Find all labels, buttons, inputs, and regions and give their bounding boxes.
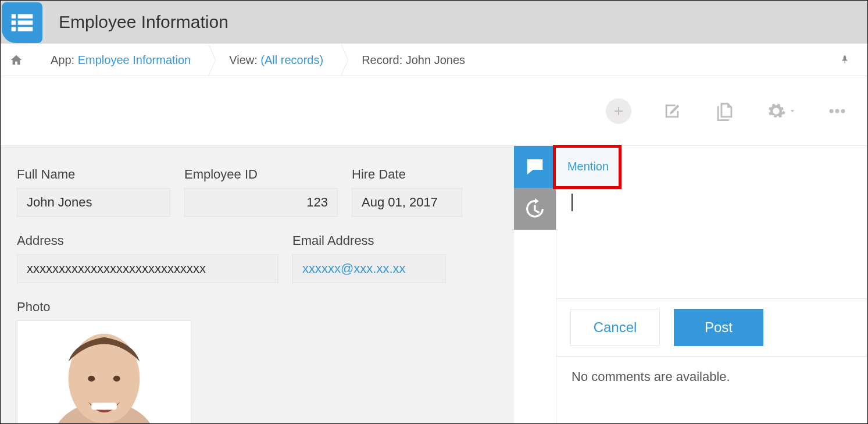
duplicate-record-button[interactable] [713, 98, 738, 124]
svg-point-13 [113, 376, 120, 382]
chevron-down-icon [788, 107, 796, 115]
person-photo-icon [17, 321, 191, 424]
photo-label: Photo [17, 300, 496, 315]
pin-icon [840, 55, 850, 65]
svg-point-8 [841, 109, 845, 113]
breadcrumb-view-prefix: View: [229, 54, 260, 66]
breadcrumb-view[interactable]: View: (All records) [208, 44, 341, 76]
svg-point-6 [830, 109, 834, 113]
svg-rect-1 [18, 14, 33, 18]
tab-comments[interactable] [514, 146, 556, 188]
record-toolbar [1, 76, 867, 146]
mention-label: Mention [567, 160, 609, 173]
main-split: Full Name John Jones Employee ID 123 Hir… [1, 146, 867, 423]
breadcrumb-record-prefix: Record: [362, 54, 406, 66]
svg-rect-2 [12, 20, 16, 24]
side-tabs [514, 146, 556, 423]
edit-icon [662, 101, 682, 121]
speech-bubble-icon [523, 155, 546, 179]
email-value[interactable]: xxxxxx@xxx.xx.xx [292, 254, 446, 283]
history-icon [523, 197, 546, 220]
ellipsis-icon [827, 101, 847, 121]
svg-rect-14 [91, 403, 117, 410]
app-icon [2, 2, 42, 43]
add-record-button[interactable] [606, 98, 631, 124]
field-hire-date: Hire Date Aug 01, 2017 [352, 167, 462, 217]
cancel-button[interactable]: Cancel [570, 309, 660, 346]
duplicate-icon [716, 101, 735, 121]
plus-icon [612, 104, 626, 118]
svg-point-12 [88, 376, 95, 382]
no-comments-message: No comments are available. [556, 357, 867, 397]
email-label: Email Address [292, 233, 446, 248]
field-photo: Photo [17, 300, 496, 424]
breadcrumb-app-link[interactable]: Employee Information [78, 54, 191, 66]
svg-rect-3 [18, 20, 33, 24]
svg-rect-4 [12, 27, 16, 31]
address-value: xxxxxxxxxxxxxxxxxxxxxxxxxxxx [17, 254, 278, 283]
breadcrumb: App: Employee Information View: (All rec… [1, 44, 867, 76]
address-label: Address [17, 233, 278, 248]
email-link[interactable]: xxxxxx@xxx.xx.xx [302, 261, 406, 276]
home-icon[interactable] [10, 54, 23, 66]
photo-thumbnail[interactable] [17, 320, 191, 424]
post-button[interactable]: Post [674, 309, 763, 346]
edit-record-button[interactable] [659, 98, 685, 124]
comment-compose-area[interactable] [556, 188, 867, 298]
field-employee-id: Employee ID 123 [184, 167, 338, 217]
breadcrumb-app-prefix: App: [51, 54, 78, 66]
pin-button[interactable] [840, 44, 850, 76]
gear-icon [766, 101, 786, 121]
tab-history[interactable] [514, 188, 556, 230]
full-name-label: Full Name [17, 167, 170, 182]
hire-date-label: Hire Date [352, 167, 462, 182]
breadcrumb-record-name: John Jones [406, 54, 465, 66]
hire-date-value: Aug 01, 2017 [352, 188, 462, 217]
breadcrumb-app[interactable]: App: Employee Information [30, 44, 208, 76]
breadcrumb-view-link[interactable]: (All records) [260, 54, 323, 66]
svg-point-7 [835, 109, 839, 113]
full-name-value: John Jones [17, 188, 170, 217]
app-header: Employee Information [1, 1, 867, 44]
mention-button[interactable]: Mention [556, 146, 620, 188]
breadcrumb-record: Record: John Jones [341, 44, 483, 76]
svg-rect-5 [18, 27, 33, 31]
page-title: Employee Information [59, 12, 228, 32]
field-full-name: Full Name John Jones [17, 167, 170, 217]
field-address: Address xxxxxxxxxxxxxxxxxxxxxxxxxxxx [17, 233, 278, 283]
record-panel: Full Name John Jones Employee ID 123 Hir… [1, 146, 514, 423]
comment-panel: Mention Cancel Post No comments are avai… [556, 146, 867, 423]
svg-rect-0 [12, 14, 16, 18]
text-cursor [571, 194, 573, 211]
settings-menu-button[interactable] [766, 101, 796, 121]
more-menu-button[interactable] [824, 98, 850, 124]
employee-id-value: 123 [184, 188, 338, 217]
employee-id-label: Employee ID [184, 167, 338, 182]
field-email: Email Address xxxxxx@xxx.xx.xx [292, 233, 446, 283]
compose-actions: Cancel Post [556, 298, 867, 357]
